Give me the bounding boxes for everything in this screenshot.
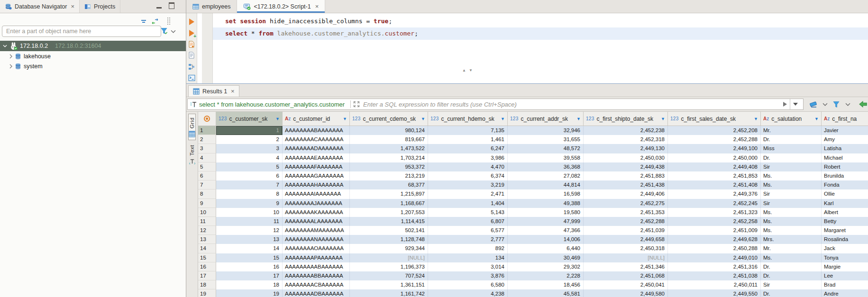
splitter-collapse-arrows[interactable]: ▲▼: [462, 68, 473, 72]
grid-cell[interactable]: 1,114,415: [350, 217, 428, 226]
grid-cell[interactable]: 44,814: [508, 180, 584, 189]
row-number[interactable]: 12: [198, 226, 216, 235]
grid-cell[interactable]: 4,470: [428, 162, 508, 171]
grid-cell[interactable]: AAAAAAAADBAAAAAA: [283, 289, 350, 297]
grid-cell[interactable]: [NULL]: [350, 253, 428, 262]
grid-cell[interactable]: 1,461: [428, 135, 508, 144]
grid-cell[interactable]: 2,450,041: [584, 280, 668, 289]
grid-cell[interactable]: 2,452,238: [584, 126, 668, 135]
column-menu-icon[interactable]: ▼: [343, 117, 347, 121]
grid-cell[interactable]: 5: [216, 162, 283, 171]
grid-cell[interactable]: 14,006: [508, 235, 584, 244]
row-number[interactable]: 16: [198, 262, 216, 271]
close-icon[interactable]: ×: [71, 3, 74, 10]
expand-filter-icon[interactable]: [353, 101, 360, 108]
grid-cell[interactable]: [NULL]: [584, 253, 668, 262]
grid-cell[interactable]: 3,014: [428, 262, 508, 271]
column-menu-icon[interactable]: ▼: [501, 117, 505, 121]
grid-cell[interactable]: Margaret: [822, 226, 868, 235]
column-header-c_current_addr_sk[interactable]: 123c_current_addr_sk▼: [508, 112, 584, 126]
grid-cell[interactable]: 2,451,009: [668, 226, 761, 235]
grid-cell[interactable]: 2,452,288: [668, 135, 761, 144]
grid-cell[interactable]: Mr.: [761, 244, 822, 253]
grid-cell[interactable]: 2,452,258: [668, 217, 761, 226]
grid-cell[interactable]: 39,558: [508, 153, 584, 162]
grid-cell[interactable]: Margie: [822, 262, 868, 271]
grid-cell[interactable]: 68,377: [350, 180, 428, 189]
grid-cell[interactable]: 2,449,376: [668, 189, 761, 198]
grid-cell[interactable]: Javier: [822, 126, 868, 135]
grid-cell[interactable]: 2,450,011: [668, 280, 761, 289]
grid-cell[interactable]: 36,368: [508, 162, 584, 171]
grid-cell[interactable]: 3,876: [428, 271, 508, 280]
grid-cell[interactable]: 7,135: [428, 126, 508, 135]
grid-cell[interactable]: 11: [216, 217, 283, 226]
grid-cell[interactable]: 2,471: [428, 189, 508, 198]
grid-cell[interactable]: 6,580: [428, 280, 508, 289]
grid-cell[interactable]: 2,449,406: [584, 189, 668, 198]
grid-cell[interactable]: AAAAAAAACBAAAAAA: [283, 280, 350, 289]
grid-cell[interactable]: Dr.: [761, 289, 822, 297]
grid-cell[interactable]: 6,807: [428, 217, 508, 226]
grid-cell[interactable]: 2,449,438: [584, 162, 668, 171]
row-number[interactable]: 13: [198, 235, 216, 244]
grid-cell[interactable]: 2,450,030: [584, 153, 668, 162]
row-number[interactable]: 4: [198, 153, 216, 162]
grid-cell[interactable]: Mr.: [761, 126, 822, 135]
tab-script-1[interactable]: <172.18.0.2> Script-1 ×: [237, 0, 325, 13]
grid-cell[interactable]: 6,374: [428, 171, 508, 180]
grid-cell[interactable]: AAAAAAAAFAAAAAAA: [283, 162, 350, 171]
column-menu-icon[interactable]: ▼: [576, 117, 581, 121]
grid-cell[interactable]: 1,361,151: [350, 280, 428, 289]
filter-funnel-icon[interactable]: [160, 27, 168, 35]
grid-cell[interactable]: AAAAAAAAEAAAAAAA: [283, 153, 350, 162]
grid-cell[interactable]: AAAAAAAAIAAAAAAA: [283, 189, 350, 198]
grid-cell[interactable]: Amy: [822, 135, 868, 144]
grid-cell[interactable]: 2,449,130: [584, 144, 668, 153]
grid-cell[interactable]: AAAAAAAAHAAAAAAA: [283, 180, 350, 189]
row-number[interactable]: 6: [198, 171, 216, 180]
grid-cell[interactable]: 2,451,438: [584, 180, 668, 189]
grid-cell[interactable]: 1,168,667: [350, 199, 428, 208]
row-number[interactable]: 7: [198, 180, 216, 189]
row-number[interactable]: 3: [198, 144, 216, 153]
grid-cell[interactable]: 3,986: [428, 153, 508, 162]
arrow-down-icon[interactable]: ▼: [469, 68, 473, 72]
row-number[interactable]: 8: [198, 189, 216, 198]
grid-cell[interactable]: 2,452,275: [584, 199, 668, 208]
custom-filter-icon[interactable]: [190, 101, 197, 108]
close-icon[interactable]: ×: [315, 3, 319, 10]
grid-cell[interactable]: 18,456: [508, 280, 584, 289]
row-number[interactable]: 15: [198, 253, 216, 262]
grid-cell[interactable]: AAAAAAAAGAAAAAAA: [283, 171, 350, 180]
grid-cell[interactable]: Ms.: [761, 253, 822, 262]
eraser-icon[interactable]: [809, 101, 818, 108]
tab-projects[interactable]: Projects: [80, 0, 120, 13]
filter-input-box[interactable]: select * from lakehouse.customer_analyti…: [187, 99, 804, 110]
grid-cell[interactable]: AAAAAAAAKAAAAAAA: [283, 208, 350, 217]
grid-cell[interactable]: 47,366: [508, 226, 584, 235]
grid-cell[interactable]: 1,196,373: [350, 262, 428, 271]
query-plan-button[interactable]: [186, 61, 197, 72]
column-menu-icon[interactable]: ▼: [661, 117, 665, 121]
grid-cell[interactable]: 2,449,010: [668, 253, 761, 262]
grid-cell[interactable]: Brad: [822, 280, 868, 289]
grid-cell[interactable]: 1,128,748: [350, 235, 428, 244]
chevron-right-icon[interactable]: [9, 64, 12, 69]
grid-cell[interactable]: 2,449,100: [668, 144, 761, 153]
grid-cell[interactable]: Michael: [822, 153, 868, 162]
grid-cell[interactable]: 819,667: [350, 135, 428, 144]
grid-cell[interactable]: AAAAAAAAABAAAAAA: [283, 262, 350, 271]
close-icon[interactable]: ×: [231, 88, 235, 95]
grid-cell[interactable]: 2,451,039: [584, 226, 668, 235]
grid-cell[interactable]: 2,452,318: [584, 135, 668, 144]
grid-cell[interactable]: AAAAAAAABAAAAAAA: [283, 126, 350, 135]
grid-cell[interactable]: 2,452,245: [668, 199, 761, 208]
grid-cell[interactable]: 3,219: [428, 180, 508, 189]
grid-cell[interactable]: 19: [216, 289, 283, 297]
grid-cell[interactable]: 29,302: [508, 262, 584, 271]
grid-cell[interactable]: 213,219: [350, 171, 428, 180]
tree-item-connection[interactable]: 172.18.0.2 172.18.0.2:31604: [0, 41, 186, 51]
grid-cell[interactable]: Sir: [761, 162, 822, 171]
grid-cell[interactable]: 2,228: [508, 271, 584, 280]
